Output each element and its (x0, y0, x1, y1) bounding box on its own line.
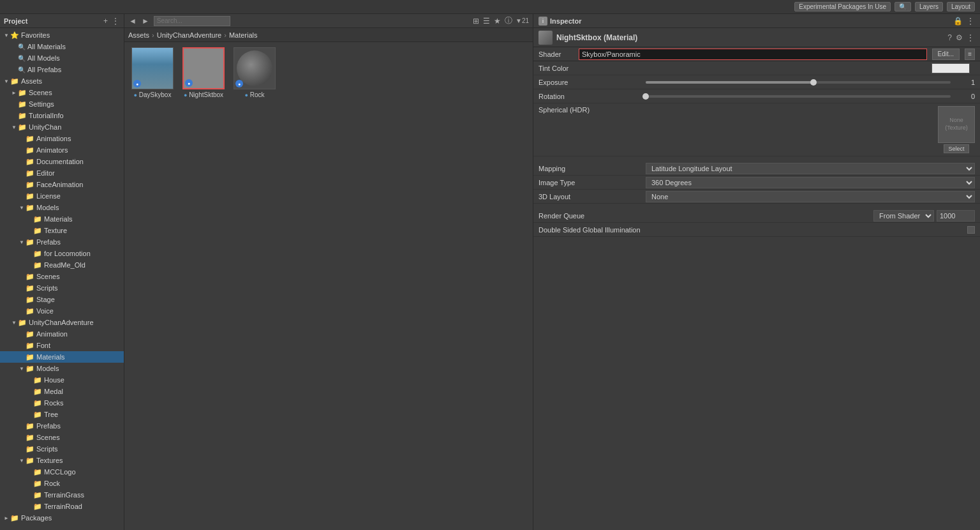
mapping-select[interactable]: Latitude Longitude Layout 6 Frames Layou… (646, 163, 975, 174)
tree-packages[interactable]: Packages (0, 512, 124, 524)
inspector-lock-btn[interactable]: 🔒 (953, 16, 963, 26)
back-btn[interactable]: ◄ (128, 16, 137, 26)
terrainroad-arrow (26, 503, 33, 510)
unitychan-arrow (10, 123, 18, 131)
asset-nightsktbox[interactable]: ● ● NightSktbox (181, 47, 226, 98)
list-view-btn[interactable]: ☰ (482, 16, 491, 26)
tree-medal[interactable]: Medal (0, 386, 124, 397)
material-help-btn[interactable]: ? (947, 33, 953, 43)
search-btn[interactable]: 🔍 (895, 2, 911, 11)
tree-scenes[interactable]: Scenes (0, 87, 124, 98)
panel-menu-icon[interactable]: ⋮ (111, 16, 120, 26)
tree-faceanimation[interactable]: FaceAnimation (0, 179, 124, 190)
tree-models-uc[interactable]: Models (0, 202, 124, 213)
tree-animation-uca[interactable]: Animation (0, 328, 124, 340)
material-menu-btn[interactable]: ⋮ (966, 33, 975, 43)
render-queue-select[interactable]: From Shader Background Geometry AlphaTes… (873, 210, 934, 222)
layout-3d-select[interactable]: None Side by Side Over Under (646, 191, 975, 202)
tree-terrainroad[interactable]: TerrainRoad (0, 501, 124, 512)
tint-color-swatch[interactable] (932, 63, 970, 73)
asset-rock-label: ● Rock (232, 91, 278, 98)
shader-input[interactable] (579, 49, 927, 60)
tree-tree[interactable]: Tree (0, 409, 124, 420)
rotation-thumb[interactable] (642, 93, 649, 100)
models-uca-arrow (18, 365, 26, 372)
tree-all-prefabs[interactable]: 🔍 All Prefabs (0, 64, 124, 75)
material-name: NightSktbox (Material) (556, 33, 637, 42)
medal-arrow (26, 388, 33, 395)
tree-scenes-uc[interactable]: Scenes (0, 271, 124, 282)
experimental-packages-btn[interactable]: Experimental Packages In Use (794, 2, 891, 11)
search-input[interactable] (154, 16, 230, 26)
shader-edit-btn[interactable]: Edit... (932, 49, 960, 60)
tree-materials-uca[interactable]: Materials (0, 351, 124, 363)
tree-textures-uca[interactable]: Textures (0, 455, 124, 466)
tree-prefabs-uca[interactable]: Prefabs (0, 420, 124, 432)
tree-unitychanadventure[interactable]: UnityChanAdventure (0, 317, 124, 328)
image-type-select[interactable]: 360 Degrees 180 Degrees (646, 177, 975, 188)
tree-prefabs-uc[interactable]: Prefabs (0, 236, 124, 248)
breadcrumb-assets[interactable]: Assets (128, 31, 149, 39)
tree-scenes-uca[interactable]: Scenes (0, 432, 124, 443)
tree-all-materials[interactable]: 🔍 All Materials (0, 41, 124, 52)
animation-uca-label: Animation (36, 330, 68, 338)
scenes-uca-arrow (18, 434, 26, 441)
info-btn[interactable]: ⓘ (504, 15, 513, 27)
spacer1 (533, 156, 980, 162)
tree-rocks[interactable]: Rocks (0, 397, 124, 409)
tree-terraingrass[interactable]: TerrainGrass (0, 489, 124, 501)
asset-dayskybox[interactable]: ● ● DaySkybox (130, 47, 175, 98)
tree-house[interactable]: House (0, 374, 124, 386)
layers-btn[interactable]: Layers (915, 2, 943, 11)
material-settings-btn[interactable]: ⚙ (955, 33, 963, 43)
tree-scripts-uc[interactable]: Scripts (0, 282, 124, 294)
tree-voice[interactable]: Voice (0, 305, 124, 317)
tree-editor[interactable]: Editor (0, 167, 124, 179)
tree-models-uca[interactable]: Models (0, 363, 124, 374)
breadcrumb-unitychanadventure[interactable]: UnityChanAdventure (157, 31, 222, 39)
rocks-arrow (26, 399, 33, 407)
tree-all-models[interactable]: 🔍 All Models (0, 52, 124, 64)
tree-animators[interactable]: Animators (0, 144, 124, 156)
tree-documentation[interactable]: Documentation (0, 156, 124, 167)
inspector-icon: i (538, 17, 547, 26)
tree-settings[interactable]: Settings (0, 98, 124, 110)
forward-btn[interactable]: ► (141, 16, 150, 26)
double-sided-gi-checkbox[interactable] (967, 226, 975, 234)
exposure-thumb[interactable] (810, 79, 817, 86)
tree-license[interactable]: License (0, 190, 124, 202)
grid-view-btn[interactable]: ⊞ (472, 16, 480, 26)
favorites-arrow (3, 31, 10, 39)
tree-materials-uc[interactable]: Materials (0, 213, 124, 225)
tree-favorites[interactable]: ⭐ Favorites (0, 29, 124, 41)
tree-font[interactable]: Font (0, 340, 124, 351)
render-queue-number[interactable] (937, 210, 975, 222)
favorite-btn[interactable]: ★ (493, 16, 501, 26)
settings-label: Settings (29, 100, 54, 108)
for-locomotion-folder-icon (33, 249, 42, 258)
tree-for-locomotion[interactable]: for Locomotion (0, 248, 124, 259)
unitychanadventure-label: UnityChanAdventure (29, 319, 94, 326)
tree-stage[interactable]: Stage (0, 294, 124, 305)
asset-rock[interactable]: ● ● Rock (232, 47, 278, 98)
tree-animations[interactable]: Animations (0, 133, 124, 144)
tree-scripts-uca[interactable]: Scripts (0, 443, 124, 455)
layout-btn[interactable]: Layout (947, 2, 975, 11)
inspector-menu-btn[interactable]: ⋮ (966, 16, 975, 26)
scripts-uca-arrow (18, 445, 26, 453)
add-icon[interactable]: + (103, 16, 108, 26)
tree-assets[interactable]: Assets (0, 75, 124, 87)
shader-more-btn[interactable]: ≡ (965, 49, 975, 60)
tree-texture[interactable]: Texture (0, 225, 124, 236)
texture-select-btn[interactable]: Select (944, 144, 969, 153)
exposure-row: Exposure 1 (533, 75, 980, 89)
tree-readme-old[interactable]: ReadMe_Old (0, 259, 124, 271)
breadcrumb-materials[interactable]: Materials (229, 31, 258, 39)
tree-rock-tex[interactable]: Rock (0, 478, 124, 489)
tree-tutorialinfo[interactable]: TutorialInfo (0, 110, 124, 121)
readme-old-folder-icon (33, 261, 42, 269)
texture-thumb[interactable]: None(Texture) (938, 106, 975, 143)
shader-label: Shader (538, 50, 574, 58)
tree-mcclogo[interactable]: MCCLogo (0, 466, 124, 478)
tree-unitychan[interactable]: UnityChan (0, 121, 124, 133)
